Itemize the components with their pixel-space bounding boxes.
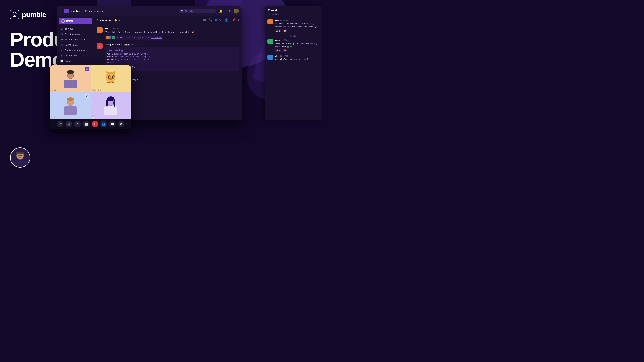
sidebar-item-direct-messages[interactable]: ✉ Direct messages — [58, 31, 93, 37]
add-member-icon[interactable]: 👤+ — [224, 18, 230, 22]
bell-icon[interactable]: 🔔 — [219, 9, 222, 13]
thread-eric-content: Eric 11:15 AM Nice! 🥂 What about a snea.… — [274, 55, 320, 61]
event-where-label: Where: — [107, 56, 114, 58]
screen-share-button[interactable]: ⊙ — [74, 121, 81, 127]
thread-ken-content: Ken 11:00 AM We're aiming for a soft lau… — [274, 19, 320, 32]
workspace-name: pumble — [71, 9, 80, 12]
thread-maya-text: Teaser campaign drops ne... and we're pl… — [274, 42, 320, 48]
ken-time: 11:00 AM — [110, 27, 119, 30]
pumble-logo-icon — [10, 10, 19, 19]
members-count-display[interactable]: 👥 253 — [215, 19, 222, 21]
create-label: Create — [66, 19, 88, 22]
ken-avatar-figure — [64, 96, 77, 115]
john-audio-badge: 🔊 — [84, 67, 89, 71]
thread-channel-tag: #marketing — [268, 13, 319, 15]
mentions-icon: ◎ — [60, 38, 63, 41]
mic-button[interactable]: 🎤 — [57, 121, 64, 127]
channel-header: # marketing 🔔 ▾ 📹 📞 👥 253 👤+ 📌 ℹ — [94, 16, 242, 24]
thread-eric-header: Eric 11:15 AM — [274, 55, 320, 57]
video-cell-ken: 🎤 Ken — [50, 92, 90, 119]
video-grid: 🔊 John — [50, 65, 131, 119]
thread-maya-header: Maya 11:10 AM — [274, 39, 320, 41]
svg-point-6 — [18, 155, 20, 156]
thread-eric-text: Nice! 🥂 What about a snea... demo? — [274, 58, 320, 61]
reaction-thumbs-ken[interactable]: 👍 1 — [274, 29, 282, 32]
thread-panel-header: Thread #marketing — [265, 6, 322, 17]
thread-ken-avatar — [268, 19, 273, 24]
sidebar-item-saved[interactable]: ⊞ Saved items — [58, 42, 93, 48]
svg-rect-9 — [12, 161, 28, 166]
search-icon: 🔍 — [181, 10, 184, 12]
phone-icon[interactable]: 📞 — [209, 18, 212, 22]
grid-icon[interactable]: ⊞ — [60, 9, 62, 13]
you-avatar-figure — [104, 96, 118, 115]
event-guests-value: Maya (organizer) John, Ken & 2 more — [115, 58, 149, 61]
reply-avatar-3 — [111, 36, 115, 39]
sidebar-item-drafts[interactable]: ✏ Drafts and scheduled — [58, 48, 93, 53]
thread-ken-header: Ken 11:00 AM — [274, 19, 320, 22]
event-going-label: Going? — [107, 61, 114, 64]
sidebar-item-threads[interactable]: ⊡ Threads — [58, 26, 93, 31]
sidebar-item-files[interactable]: 📄 Files — [58, 58, 93, 64]
video-call-icon[interactable]: 📹 — [203, 18, 206, 22]
reaction-target-ken[interactable]: 🎯 — [282, 29, 288, 32]
brand-name: pumble — [22, 11, 46, 19]
user-avatar[interactable] — [234, 8, 239, 13]
guest-john: John — [131, 58, 135, 61]
settings-call-button[interactable]: ⚙ — [118, 121, 124, 127]
thread-msg-eric: Eric 11:15 AM Nice! 🥂 What about a snea.… — [268, 55, 320, 61]
thread-replies-ken[interactable]: 4 replies Last reply today at 11:15AM Vi… — [105, 35, 163, 40]
svg-point-7 — [20, 155, 22, 156]
thread-eric-author: Eric — [274, 55, 279, 57]
create-chevron-icon: ▾ — [89, 20, 90, 22]
search-box[interactable]: 🔍 Search — [178, 9, 216, 13]
channel-notification-icon[interactable]: 🔔 — [114, 18, 117, 22]
history-icon[interactable]: ⏱ — [174, 9, 176, 13]
chat-button[interactable]: 💬 — [109, 121, 116, 127]
channel-header-actions: 📹 📞 👥 253 👤+ 📌 ℹ — [203, 18, 239, 22]
presenter-area — [10, 147, 94, 168]
channel-info-icon[interactable]: ℹ — [238, 18, 239, 22]
sidebar-item-all-channels[interactable]: ⊕ All channels — [58, 53, 93, 58]
channel-dropdown-icon[interactable]: ▾ — [119, 19, 120, 21]
record-button[interactable]: ⬜ — [83, 121, 90, 127]
thread-ken-author: Ken — [274, 19, 279, 22]
files-label: Files — [65, 60, 70, 62]
svg-rect-13 — [67, 70, 74, 74]
svg-point-11 — [68, 73, 74, 79]
reaction-target-maya[interactable]: 🎯 — [282, 49, 288, 52]
end-call-button[interactable]: 📵 — [92, 121, 98, 127]
help-icon[interactable]: ? — [225, 9, 226, 13]
saved-icon: ⊞ — [60, 43, 63, 46]
video-cell-john: 🔊 John — [50, 65, 90, 92]
message-ken: K Ken 11:00 AM We're aiming for a soft l… — [96, 27, 239, 40]
search-placeholder: Search — [185, 10, 192, 12]
sidebar-item-mentions[interactable]: ◎ Mentions & reactions — [58, 37, 93, 42]
reply-avatars — [106, 36, 114, 39]
participants-button[interactable]: 👥 — [100, 121, 107, 127]
event-meet-link[interactable]: https://meet.pumble.com/omv/ssog-245 — [114, 56, 150, 58]
drafts-icon: ✏ — [60, 49, 63, 52]
video-button[interactable]: 📹 — [66, 121, 72, 127]
divider-line-left — [268, 36, 288, 36]
view-thread-link[interactable]: View thread — [151, 36, 162, 39]
profile-settings-icon[interactable]: ⊙ — [229, 9, 232, 13]
reaction-thumbs-maya[interactable]: 👍 1 — [274, 49, 282, 52]
presenter-face — [12, 149, 28, 166]
workspace-more-icon[interactable]: ••• — [105, 9, 108, 12]
guest-maya: Maya — [115, 58, 120, 61]
svg-point-31 — [67, 97, 74, 101]
pin-icon[interactable]: 📌 — [232, 18, 236, 22]
all-channels-label: All channels — [65, 54, 78, 57]
svg-point-1 — [13, 12, 16, 15]
meow-video-label: Meow Joe — [92, 89, 101, 91]
members-number: 253 — [218, 19, 222, 21]
ken-text: We're aiming for a soft launch in two we… — [105, 30, 239, 34]
video-call-overlay: 🔊 John — [50, 65, 131, 129]
thread-maya-content: Maya 11:10 AM Teaser campaign drops ne..… — [274, 39, 320, 52]
create-button[interactable]: + Create ▾ — [59, 18, 92, 24]
presenter-avatar — [10, 147, 30, 168]
you-video-label: You — [92, 116, 95, 118]
svg-point-18 — [109, 77, 109, 78]
dm-label: Direct messages — [65, 33, 82, 35]
